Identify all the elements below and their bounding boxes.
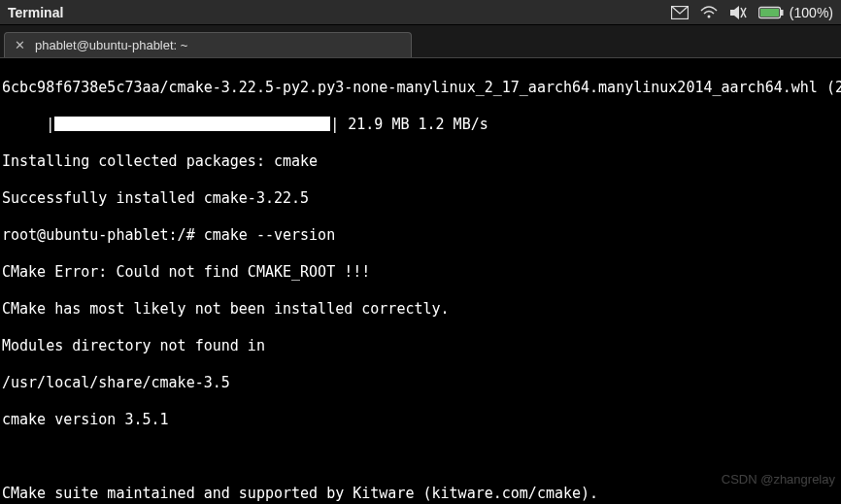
close-icon[interactable]: ✕ — [15, 38, 25, 52]
prompt-line: root@ubuntu-phablet:/# cmake --version — [2, 226, 839, 245]
mail-icon[interactable] — [671, 6, 689, 19]
progress-bar — [54, 117, 330, 131]
svg-rect-6 — [760, 9, 779, 17]
battery-indicator[interactable]: (100%) — [758, 5, 833, 20]
output-line: CMake Error: Could not find CMAKE_ROOT !… — [2, 263, 839, 282]
output-line: Successfully installed cmake-3.22.5 — [2, 189, 839, 208]
tab-bar: ✕ phablet@ubuntu-phablet: ~ — [0, 25, 841, 58]
svg-marker-2 — [730, 6, 739, 19]
svg-point-1 — [707, 15, 710, 17]
tab-label: phablet@ubuntu-phablet: ~ — [35, 38, 187, 52]
output-line: Modules directory not found in — [2, 337, 839, 355]
output-line: Installing collected packages: cmake — [2, 152, 839, 171]
output-line: cmake version 3.5.1 — [2, 411, 839, 429]
output-line: CMake has most likely not been installed… — [2, 300, 839, 319]
output-line: /usr/local/share/cmake-3.5 — [2, 374, 839, 392]
top-panel: Terminal (100%) — [0, 0, 841, 25]
output-line: || 21.9 MB 1.2 MB/s — [2, 116, 839, 134]
output-line — [2, 448, 839, 466]
output-line: 6cbc98f6738e5c73aa/cmake-3.22.5-py2.py3-… — [2, 79, 839, 97]
battery-text: (100%) — [790, 5, 833, 20]
terminal-tab[interactable]: ✕ phablet@ubuntu-phablet: ~ — [4, 32, 412, 57]
wifi-icon[interactable] — [700, 6, 718, 19]
volume-muted-icon[interactable] — [729, 6, 747, 19]
app-title: Terminal — [8, 5, 63, 20]
svg-rect-7 — [781, 10, 784, 16]
output-line: CMake suite maintained and supported by … — [2, 485, 839, 503]
terminal-output[interactable]: 6cbc98f6738e5c73aa/cmake-3.22.5-py2.py3-… — [0, 58, 841, 504]
